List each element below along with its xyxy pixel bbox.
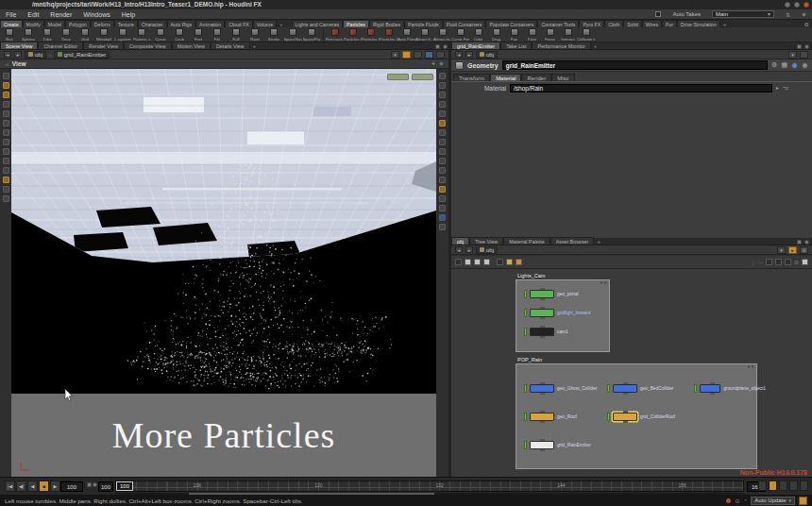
shelf-tab[interactable]: Volume [253, 20, 277, 27]
pane-menu-icon[interactable] [804, 44, 809, 49]
timeline-ruler[interactable]: 108 120 132 144 156 100 [115, 481, 744, 492]
node-display-flag[interactable] [524, 309, 527, 317]
maximize-button[interactable] [794, 2, 800, 8]
pane-tab[interactable]: Details View [211, 42, 250, 49]
toolbar-icon[interactable] [516, 259, 522, 265]
node-body[interactable] [530, 413, 554, 421]
node-display-flag[interactable] [607, 384, 610, 393]
network-node[interactable]: geo_portal [524, 290, 609, 298]
shelf-tool[interactable]: Firecrack... [326, 27, 344, 42]
toolbar-icon[interactable] [3, 129, 9, 136]
toolbar-icon[interactable] [439, 129, 446, 136]
range-lock-icon[interactable] [87, 482, 92, 487]
shelf-tool[interactable]: Torus [57, 27, 76, 42]
shelf-tool[interactable]: Particles f... [344, 27, 362, 42]
range-loop-icon[interactable] [93, 482, 97, 487]
parameter-tab[interactable]: Material [490, 74, 521, 81]
shelf-tool[interactable]: Auto Patro... [398, 27, 415, 42]
toolbar-icon[interactable] [465, 259, 471, 265]
node-body[interactable] [530, 441, 554, 449]
toolbar-icon[interactable] [3, 120, 9, 126]
toolbar-icon[interactable] [474, 259, 481, 265]
close-button[interactable] [804, 2, 809, 8]
node-body[interactable] [530, 328, 554, 336]
shelf-tool[interactable]: Drag [487, 27, 505, 42]
node-body[interactable] [530, 384, 554, 393]
shelf-tab[interactable]: Drive Simulation [677, 20, 720, 27]
node-body[interactable] [530, 290, 554, 298]
pane-tab[interactable]: Channel Editor [38, 42, 83, 49]
shelf-tab[interactable]: Deform [91, 20, 114, 27]
shelf-tab[interactable]: Particle Fluids [404, 20, 443, 27]
toolbar-icon[interactable] [3, 101, 9, 108]
pane-tab[interactable]: Take List [500, 42, 532, 49]
path-segment-obj[interactable]: obj [25, 51, 46, 59]
toolbar-icon[interactable] [3, 186, 9, 193]
path-dropdown-icon[interactable]: ▾ [777, 246, 786, 254]
box-close-icon[interactable]: ▾ ✕ [601, 280, 607, 285]
pin-icon[interactable] [800, 51, 808, 59]
toolbar-icon[interactable] [439, 224, 446, 230]
shelf-tool[interactable]: Null [227, 27, 245, 42]
shelf-tool[interactable]: Sphere [19, 27, 38, 42]
pane-menu-icon[interactable] [804, 240, 809, 245]
collapse-icon[interactable]: ◅ [5, 61, 8, 67]
shelf-tab[interactable]: Container Tools [537, 20, 579, 27]
shelf-tab[interactable]: Cloth [604, 20, 623, 27]
node-body[interactable] [530, 309, 554, 317]
playbar-option-icon[interactable] [789, 481, 798, 491]
toolbar-icon[interactable] [775, 259, 782, 265]
shelf-tab[interactable]: Auto Rigs [167, 20, 196, 27]
toolbar-icon[interactable] [439, 177, 446, 183]
toolbar-icon[interactable] [3, 177, 9, 183]
auto-takes-checkbox[interactable] [655, 11, 661, 17]
dots-icon[interactable]: ⋯ [758, 260, 763, 265]
shelf-tab[interactable]: Pyro FX [579, 20, 604, 27]
shelf-tool[interactable]: Curve [151, 27, 170, 42]
menu-item[interactable]: Help [122, 11, 135, 18]
toolbar-icon[interactable] [439, 205, 446, 211]
node-display-flag[interactable] [524, 413, 527, 421]
nav-forward-icon[interactable]: ▸ [465, 51, 473, 58]
magnifier-icon[interactable]: ⊙ [735, 498, 739, 504]
pane-tab[interactable]: Material Palette [503, 237, 550, 245]
toolbar-icon[interactable] [439, 110, 446, 117]
shelf-tool[interactable]: Rivet [245, 27, 264, 42]
viewport-option-button[interactable] [387, 74, 409, 80]
take-selector[interactable]: Main ▾ [712, 10, 774, 18]
memory-icon[interactable]: ◔ [744, 498, 748, 503]
nav-back-icon[interactable]: ◂ [455, 246, 463, 253]
node-display-flag[interactable] [607, 413, 610, 421]
shelf-tab[interactable]: Modify [23, 20, 44, 27]
node-body[interactable] [613, 413, 637, 421]
shelf-tool[interactable]: Box [0, 27, 19, 42]
dots-icon[interactable]: ⋮ [751, 260, 755, 265]
shelf-gear-icon[interactable]: ⚙ [804, 21, 812, 27]
toolbar-icon[interactable] [3, 110, 9, 117]
snapshot-icon[interactable] [402, 51, 411, 59]
toolbar-icon[interactable] [439, 139, 446, 145]
shelf-tab[interactable]: Animation [195, 20, 225, 27]
toolbar-icon[interactable] [3, 167, 9, 174]
toolbar-icon[interactable] [439, 148, 446, 155]
node-display-flag[interactable] [524, 441, 527, 449]
node-body[interactable] [700, 384, 720, 393]
pane-tab[interactable]: Scene View [0, 42, 38, 49]
shelf-tab[interactable]: Wires [642, 20, 662, 27]
shelf-tab[interactable]: Lights and Cameras [292, 20, 343, 27]
toolbar-icon[interactable] [802, 259, 808, 265]
menu-item[interactable]: Edit [27, 11, 39, 18]
menu-item[interactable]: Windows [83, 11, 110, 18]
shelf-tool[interactable]: Force [541, 27, 559, 42]
auto-update-selector[interactable]: Auto Update ▾ [751, 497, 795, 505]
node-display-flag[interactable] [524, 290, 527, 298]
toolbar-icon[interactable] [439, 92, 446, 98]
path-dropdown-icon[interactable]: ▾ [391, 51, 399, 59]
toolbar-icon[interactable] [506, 259, 513, 265]
toolbar-icon[interactable] [497, 259, 503, 265]
shelf-tool[interactable]: File [208, 27, 227, 42]
nav-forward-icon[interactable]: ▸ [465, 246, 473, 253]
play-icon[interactable]: ▸ [788, 246, 797, 254]
path-dropdown-icon[interactable]: ▾ [788, 51, 797, 59]
shelf-tool[interactable]: Interact [559, 27, 577, 42]
